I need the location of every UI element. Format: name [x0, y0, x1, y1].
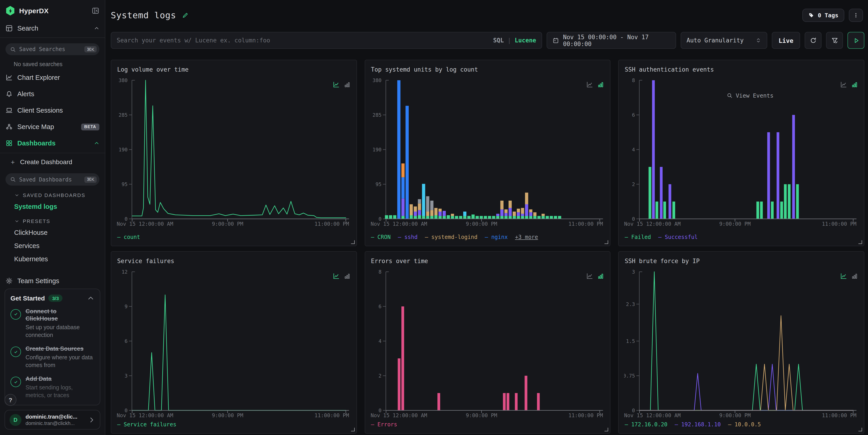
legend-item[interactable]: —172.16.0.20: [625, 421, 668, 428]
chart-canvas[interactable]: 380285190950Nov 15 12:00:00 AM9:00:00 PM…: [117, 76, 351, 228]
legend-item[interactable]: —Service failures: [117, 421, 177, 428]
sidebar-item-services[interactable]: Services: [0, 239, 105, 253]
svg-text:2: 2: [378, 373, 381, 379]
legend-item[interactable]: —192.168.1.10: [675, 421, 721, 428]
legend-label: systemd-logind: [431, 234, 477, 240]
sidebar-item-team-settings[interactable]: Team Settings: [0, 273, 105, 289]
svg-text:3: 3: [125, 373, 128, 379]
svg-text:2: 2: [632, 182, 635, 187]
page-title: Systemd logs: [111, 10, 176, 20]
legend-item[interactable]: —Successful: [658, 234, 698, 240]
granularity-select[interactable]: Auto Granularity: [681, 32, 767, 49]
filter-button[interactable]: [826, 32, 843, 49]
user-name: dominic.tran@clic...: [26, 413, 77, 420]
sidebar-item-kubernetes[interactable]: Kubernetes: [0, 253, 105, 266]
search-icon: [10, 177, 16, 182]
get-started-item[interactable]: Create Data SourcesConfigure where your …: [10, 345, 94, 369]
create-dashboard-button[interactable]: + Create Dashboard: [0, 155, 105, 169]
laptop-icon: [5, 107, 13, 114]
svg-text:6: 6: [632, 112, 635, 118]
legend-item[interactable]: —systemd-logind: [425, 234, 477, 240]
chart-legend: —172.16.0.20—192.168.1.10—10.0.0.5: [625, 421, 761, 428]
svg-text:9: 9: [125, 304, 128, 309]
hyperdx-logo-icon: [5, 6, 15, 15]
sidebar-item-search[interactable]: Search: [0, 21, 105, 36]
resize-handle[interactable]: [859, 428, 862, 431]
lucene-toggle[interactable]: Lucene: [515, 37, 536, 44]
chart-title: Errors over time: [365, 252, 610, 265]
dashboard-section-header[interactable]: SAVED DASHBOARDS: [0, 187, 105, 200]
get-started-item[interactable]: Connect to ClickHouseSet up your databas…: [10, 308, 94, 339]
refresh-button[interactable]: [805, 32, 822, 49]
svg-text:95: 95: [375, 182, 381, 187]
sidebar-item-client-sessions[interactable]: Client Sessions: [0, 102, 105, 119]
time-range-value: Nov 15 00:00:00 - Nov 17 00:00:00: [563, 33, 670, 47]
chevron-up-icon[interactable]: [87, 294, 94, 302]
legend-dash-icon: —: [398, 234, 401, 240]
resize-handle[interactable]: [605, 428, 609, 431]
svg-text:9:00:00 PM: 9:00:00 PM: [212, 412, 243, 418]
sql-toggle[interactable]: SQL: [493, 37, 504, 44]
chart-icon: [5, 74, 13, 82]
tags-button[interactable]: 0 Tags: [802, 8, 844, 22]
sidebar-item-service-map[interactable]: Service MapBETA: [0, 119, 105, 135]
sidebar-item-dashboards[interactable]: Dashboards: [0, 135, 105, 152]
svg-text:380: 380: [372, 77, 381, 83]
saved-dashboards-placeholder: Saved Dashboards: [19, 176, 82, 183]
svg-text:11:00:00 PM: 11:00:00 PM: [568, 221, 603, 227]
resize-handle[interactable]: [605, 240, 609, 244]
legend-dash-icon: —: [371, 234, 374, 240]
resize-handle[interactable]: [351, 240, 354, 244]
chart-plot-area: 129630Nov 15 12:00:00 AM9:00:00 PM11:00:…: [117, 268, 351, 420]
legend-label: Successful: [665, 234, 698, 240]
search-icon: [10, 46, 16, 52]
select-chevrons-icon: [755, 37, 761, 43]
sidebar-item-clickhouse[interactable]: ClickHouse: [0, 226, 105, 239]
chart-canvas[interactable]: 86420Nov 15 12:00:00 AM9:00:00 PM11:00:0…: [624, 76, 859, 228]
shortcut-badge: ⌘K: [85, 46, 97, 53]
legend-item[interactable]: —Errors: [371, 421, 397, 428]
resize-handle[interactable]: [351, 428, 354, 431]
legend-item[interactable]: —10.0.0.5: [728, 421, 761, 428]
help-button[interactable]: ?: [5, 394, 17, 406]
chart-canvas[interactable]: 380285190950Nov 15 12:00:00 AM9:00:00 PM…: [370, 76, 604, 228]
event-search-input[interactable]: Search your events w/ Lucene ex. column:…: [111, 32, 542, 49]
sidebar-item-alerts[interactable]: Alerts: [0, 86, 105, 102]
legend-item[interactable]: —CRON: [371, 234, 391, 240]
chart-canvas[interactable]: 86420Nov 15 12:00:00 AM9:00:00 PM11:00:0…: [370, 268, 604, 420]
live-button[interactable]: Live: [772, 32, 800, 49]
chart-canvas[interactable]: 32.31.50.750Nov 15 12:00:00 AM9:00:00 PM…: [624, 268, 859, 420]
saved-searches-input[interactable]: Saved Searches ⌘K: [5, 43, 99, 55]
chart-title: SSH brute force by IP: [619, 252, 864, 265]
time-range-picker[interactable]: Nov 15 00:00:00 - Nov 17 00:00:00: [547, 32, 676, 49]
search-section-label: Search: [17, 25, 38, 32]
legend-more-link[interactable]: +3 more: [515, 234, 538, 240]
dashboard-menu-button[interactable]: [849, 8, 863, 22]
legend-item[interactable]: —count: [117, 234, 140, 240]
collapse-sidebar-icon[interactable]: [92, 7, 99, 14]
chevron-up-icon: [94, 26, 99, 31]
chevron-up-icon: [94, 141, 99, 146]
get-started-item[interactable]: Add DataStart sending logs, metrics, or …: [10, 375, 94, 399]
get-started-item-desc: Set up your database connection: [26, 324, 94, 339]
search-section-icon: [5, 25, 13, 32]
legend-item[interactable]: —nginx: [485, 234, 508, 240]
dashboard-section-header[interactable]: PRESETS: [0, 213, 105, 226]
tags-label: 0 Tags: [818, 12, 838, 19]
grid-icon: [5, 140, 13, 147]
chart-title: Service failures: [111, 252, 356, 265]
chart-canvas[interactable]: 129630Nov 15 12:00:00 AM9:00:00 PM11:00:…: [117, 268, 351, 420]
legend-label: CRON: [377, 234, 391, 240]
run-query-button[interactable]: [847, 32, 864, 49]
edit-title-icon[interactable]: [182, 12, 189, 19]
user-menu[interactable]: D dominic.tran@clic... dominic.tran@clic…: [5, 410, 100, 430]
sidebar-item-systemd-logs[interactable]: Systemd logs: [0, 200, 105, 213]
saved-dashboards-input[interactable]: Saved Dashboards ⌘K: [5, 174, 99, 186]
sidebar: HyperDX Search Saved Searches ⌘K No save…: [0, 0, 105, 435]
view-events-link[interactable]: View Events: [727, 92, 774, 99]
legend-item[interactable]: —Failed: [625, 234, 651, 240]
sidebar-item-chart-explorer[interactable]: Chart Explorer: [0, 69, 105, 86]
resize-handle[interactable]: [859, 240, 862, 244]
chevron-down-icon: [14, 219, 19, 223]
legend-item[interactable]: —sshd: [398, 234, 417, 240]
